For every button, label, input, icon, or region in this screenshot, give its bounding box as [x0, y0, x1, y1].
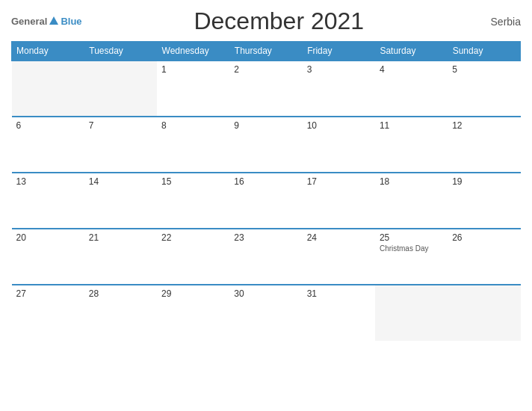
weekday-header-row: Monday Tuesday Wednesday Thursday Friday… [12, 42, 521, 61]
calendar-week-row: 13141516171819 [12, 173, 521, 229]
day-number: 16 [234, 176, 297, 187]
calendar-day-cell: 18 [375, 173, 448, 229]
calendar-week-row: 6789101112 [12, 117, 521, 173]
calendar-day-cell: 3 [303, 61, 375, 117]
calendar-week-row: 2728293031 [12, 285, 521, 341]
header: General Blue December 2021 Serbia [11, 7, 521, 35]
calendar-day-cell: 19 [448, 173, 520, 229]
calendar-day-cell: 21 [84, 229, 157, 285]
day-number: 23 [234, 232, 297, 243]
calendar-day-cell: 13 [12, 173, 84, 229]
day-number: 5 [452, 64, 516, 75]
day-number: 30 [234, 288, 297, 299]
logo-triangle-icon [49, 16, 58, 25]
header-saturday: Saturday [375, 42, 448, 61]
calendar-day-cell: 22 [157, 229, 229, 285]
calendar-day-cell: 2 [229, 61, 302, 117]
calendar-day-cell: 16 [229, 173, 302, 229]
header-wednesday: Wednesday [157, 42, 229, 61]
calendar-day-cell: 9 [229, 117, 302, 173]
day-number: 17 [307, 176, 371, 187]
day-number: 12 [452, 120, 516, 131]
day-number: 20 [16, 232, 80, 243]
calendar-day-cell: 23 [229, 229, 302, 285]
calendar-day-cell: 4 [375, 61, 448, 117]
day-number: 6 [16, 120, 80, 131]
calendar-week-row: 12345 [12, 61, 521, 117]
calendar-day-cell: 27 [12, 285, 84, 341]
calendar-day-cell: 7 [84, 117, 157, 173]
day-number: 27 [16, 288, 80, 299]
day-number: 2 [234, 64, 297, 75]
holiday-label: Christmas Day [380, 244, 443, 253]
day-number: 21 [89, 232, 152, 243]
day-number: 25 [380, 232, 443, 243]
day-number: 7 [89, 120, 152, 131]
calendar-day-cell: 5 [448, 61, 520, 117]
day-number: 19 [452, 176, 516, 187]
calendar-day-cell: 1 [157, 61, 229, 117]
calendar-week-row: 202122232425Christmas Day26 [12, 229, 521, 285]
calendar-day-cell: 11 [375, 117, 448, 173]
calendar-day-cell: 6 [12, 117, 84, 173]
calendar-day-cell [448, 285, 520, 341]
header-sunday: Sunday [448, 42, 520, 61]
day-number: 28 [89, 288, 152, 299]
page: General Blue December 2021 Serbia Monday… [0, 0, 532, 411]
calendar-day-cell: 20 [12, 229, 84, 285]
logo: General Blue [11, 16, 82, 27]
day-number: 1 [161, 64, 225, 75]
day-number: 26 [452, 232, 516, 243]
header-tuesday: Tuesday [84, 42, 157, 61]
logo-text-general: General [11, 16, 47, 27]
calendar-day-cell: 15 [157, 173, 229, 229]
calendar-day-cell: 17 [303, 173, 375, 229]
calendar-day-cell: 10 [303, 117, 375, 173]
day-number: 29 [161, 288, 225, 299]
calendar-day-cell [84, 61, 157, 117]
calendar-table: Monday Tuesday Wednesday Thursday Friday… [11, 41, 521, 341]
calendar-day-cell: 12 [448, 117, 520, 173]
header-thursday: Thursday [229, 42, 302, 61]
day-number: 22 [161, 232, 225, 243]
day-number: 14 [89, 176, 152, 187]
day-number: 10 [307, 120, 371, 131]
calendar-day-cell: 31 [303, 285, 375, 341]
calendar-day-cell [12, 61, 84, 117]
calendar-day-cell: 25Christmas Day [375, 229, 448, 285]
month-title: December 2021 [82, 7, 476, 35]
calendar-day-cell: 29 [157, 285, 229, 341]
calendar-day-cell: 8 [157, 117, 229, 173]
header-friday: Friday [303, 42, 375, 61]
calendar-day-cell: 26 [448, 229, 520, 285]
calendar-day-cell: 24 [303, 229, 375, 285]
calendar-day-cell: 28 [84, 285, 157, 341]
header-monday: Monday [12, 42, 84, 61]
calendar-day-cell: 30 [229, 285, 302, 341]
day-number: 8 [161, 120, 225, 131]
day-number: 11 [380, 120, 443, 131]
day-number: 31 [307, 288, 371, 299]
day-number: 9 [234, 120, 297, 131]
calendar-day-cell: 14 [84, 173, 157, 229]
day-number: 3 [307, 64, 371, 75]
country-label: Serbia [476, 16, 521, 28]
calendar-day-cell [375, 285, 448, 341]
day-number: 18 [380, 176, 443, 187]
logo-text-blue: Blue [61, 16, 81, 27]
day-number: 15 [161, 176, 225, 187]
day-number: 24 [307, 232, 371, 243]
day-number: 4 [380, 64, 443, 75]
day-number: 13 [16, 176, 80, 187]
